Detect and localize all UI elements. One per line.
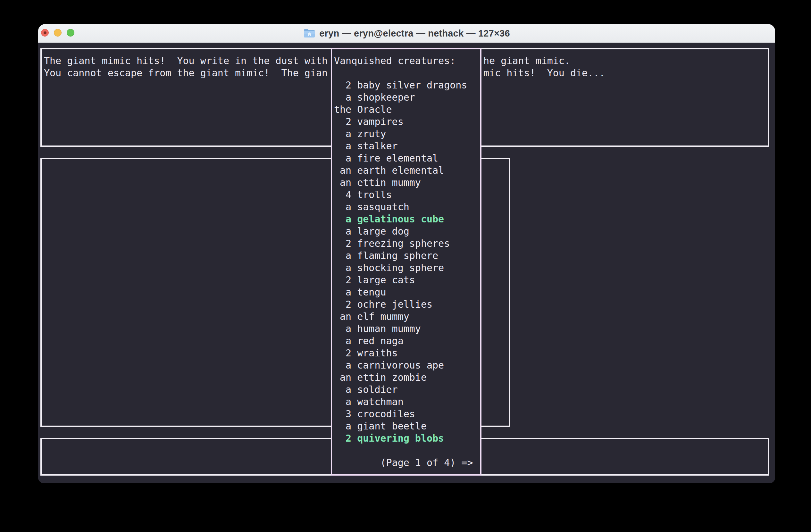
menu-item: 4 trolls xyxy=(334,189,473,201)
menu-item: a zruty xyxy=(334,128,473,140)
menu-page-indicator: (Page 1 of 4) => xyxy=(334,457,473,469)
close-button[interactable] xyxy=(41,29,49,36)
menu-item: a fire elemental xyxy=(334,152,473,165)
menu-item: an ettin mummy xyxy=(334,176,473,189)
home-folder-icon xyxy=(303,28,316,38)
modified-dot-icon xyxy=(44,31,46,34)
terminal-window: eryn — eryn@electra — nethack — 127×36 T… xyxy=(38,24,775,483)
menu-item: 2 wraiths xyxy=(334,347,473,359)
menu-item: a human mummy xyxy=(334,323,473,335)
window-controls xyxy=(41,29,74,36)
menu-item: a shopkeeper xyxy=(334,91,473,104)
menu-item: a soldier xyxy=(334,384,473,396)
menu-item: 2 baby silver dragons xyxy=(334,79,473,91)
window-title: eryn — eryn@electra — nethack — 127×36 xyxy=(319,28,510,39)
menu-item-highlighted: 2 quivering blobs xyxy=(334,432,473,444)
menu-item: 2 ochre jellies xyxy=(334,298,473,311)
menu-item: an earth elemental xyxy=(334,165,473,176)
menu-blank-line xyxy=(334,444,473,457)
menu-item: a carnivorous ape xyxy=(334,359,473,372)
menu-item: a stalker xyxy=(334,140,473,152)
menu-item: 2 large cats xyxy=(334,274,473,286)
menu-title: Vanquished creatures: xyxy=(334,55,473,67)
menu-item: a watchman xyxy=(334,396,473,408)
menu-item: a large dog xyxy=(334,225,473,237)
menu-item: an ettin zombie xyxy=(334,372,473,384)
title-group: eryn — eryn@electra — nethack — 127×36 xyxy=(303,28,510,39)
terminal-screen[interactable]: The giant mimic hits! You write in the d… xyxy=(38,43,775,483)
titlebar[interactable]: eryn — eryn@electra — nethack — 127×36 xyxy=(38,24,775,43)
menu-item: a flaming sphere xyxy=(334,250,473,262)
minimize-button[interactable] xyxy=(54,29,62,36)
menu-item: a giant beetle xyxy=(334,420,473,432)
zoom-button[interactable] xyxy=(67,29,74,36)
vanquished-menu-lines: Vanquished creatures: 2 baby silver drag… xyxy=(334,55,473,469)
message-line-1-right: he giant mimic. xyxy=(484,55,570,67)
menu-item: 2 vampires xyxy=(334,116,473,128)
menu-item: a shocking sphere xyxy=(334,262,473,274)
message-line-1-left: The giant mimic hits! You write in the d… xyxy=(44,55,327,67)
menu-item: a tengu xyxy=(334,286,473,298)
message-line-2-right: mic hits! You die... xyxy=(484,67,605,79)
message-line-2-left: You cannot escape from the giant mimic! … xyxy=(44,67,327,79)
menu-item: 2 freezing spheres xyxy=(334,237,473,250)
menu-item: the Oracle xyxy=(334,104,473,116)
menu-blank-line xyxy=(334,67,473,79)
menu-item: an elf mummy xyxy=(334,311,473,323)
menu-item: 3 crocodiles xyxy=(334,408,473,420)
menu-item-highlighted: a gelatinous cube xyxy=(334,213,473,225)
menu-item: a sasquatch xyxy=(334,201,473,213)
menu-item: a red naga xyxy=(334,335,473,347)
